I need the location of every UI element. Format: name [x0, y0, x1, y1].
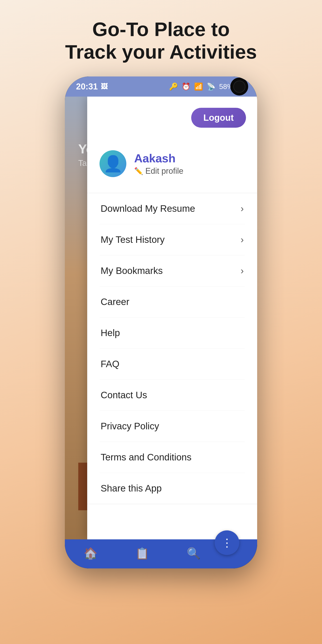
menu-item-help[interactable]: Help [87, 318, 257, 348]
profile-name: Aakash [134, 152, 183, 165]
camera-notch [230, 78, 248, 96]
chevron-right-icon-test-history: › [240, 234, 244, 245]
menu-item-faq[interactable]: FAQ [87, 348, 257, 380]
menu-item-bookmarks[interactable]: My Bookmarks › [87, 255, 257, 286]
phone-screen: Your Take a lo... R.M.D. Edwise... Follo… [65, 96, 257, 539]
menu-item-contact[interactable]: Contact Us [87, 380, 257, 410]
bottom-nav: 🏠 📋 🔍 ⋮ [65, 539, 257, 568]
avatar: 👤 [100, 150, 126, 177]
menu-item-label-download-resume: Download My Resume [100, 203, 195, 214]
signal-icon: 📡 [206, 82, 216, 91]
menu-item-label-career: Career [100, 296, 129, 307]
wifi-icon: 📶 [194, 82, 203, 91]
menu-list: Download My Resume › My Test History › M… [87, 188, 257, 539]
menu-divider-bottom [87, 504, 257, 504]
status-bar: 20:31 🖼 🔑 ⏰ 📶 📡 58% 🔋 [65, 76, 257, 96]
chevron-right-icon-bookmarks: › [240, 266, 244, 276]
chevron-right-icon-download-resume: › [240, 203, 244, 214]
search-nav-icon: 🔍 [187, 547, 200, 560]
menu-item-career[interactable]: Career [87, 286, 257, 317]
menu-item-label-test-history: My Test History [100, 234, 164, 245]
nav-item-search[interactable]: 🔍 [187, 547, 200, 561]
phone-frame: 20:31 🖼 🔑 ⏰ 📶 📡 58% 🔋 Your Take a lo... … [65, 76, 257, 568]
edit-icon: ✏️ [134, 167, 143, 175]
edit-profile-label: Edit profile [145, 166, 183, 176]
status-time: 20:31 [76, 82, 98, 92]
page-title: Go-To Place to Track your Activities [65, 18, 257, 63]
alarm-icon: ⏰ [182, 82, 190, 91]
home-icon: 🏠 [84, 547, 98, 560]
bookmark-nav-icon: 📋 [135, 547, 149, 560]
nav-item-home[interactable]: 🏠 [84, 547, 98, 561]
drawer-overlay: Logout 👤 Aakash ✏️ Edit profile [87, 96, 257, 539]
menu-item-label-help: Help [100, 328, 120, 338]
menu-item-label-terms: Terms and Conditions [100, 452, 192, 463]
menu-item-test-history[interactable]: My Test History › [87, 224, 257, 255]
menu-item-download-resume[interactable]: Download My Resume › [87, 193, 257, 224]
menu-item-privacy[interactable]: Privacy Policy [87, 411, 257, 442]
menu-item-label-privacy: Privacy Policy [100, 421, 159, 432]
avatar-image: 👤 [103, 154, 123, 173]
menu-item-share[interactable]: Share this App [87, 473, 257, 504]
gallery-icon: 🖼 [101, 83, 108, 90]
key-icon: 🔑 [169, 82, 178, 91]
menu-item-label-bookmarks: My Bookmarks [100, 266, 163, 276]
menu-item-label-contact: Contact Us [100, 390, 147, 400]
nav-item-bookmarks[interactable]: 📋 [135, 547, 149, 561]
nav-fab-button[interactable]: ⋮ [215, 530, 239, 555]
menu-item-label-share: Share this App [100, 483, 162, 494]
more-icon: ⋮ [222, 536, 232, 549]
menu-item-terms[interactable]: Terms and Conditions [87, 442, 257, 473]
profile-info: Aakash ✏️ Edit profile [134, 152, 183, 176]
camera-lens [233, 80, 246, 93]
logout-button[interactable]: Logout [191, 108, 246, 128]
edit-profile-link[interactable]: ✏️ Edit profile [134, 166, 183, 176]
page-header: Go-To Place to Track your Activities [65, 0, 257, 63]
menu-item-label-faq: FAQ [100, 359, 120, 370]
